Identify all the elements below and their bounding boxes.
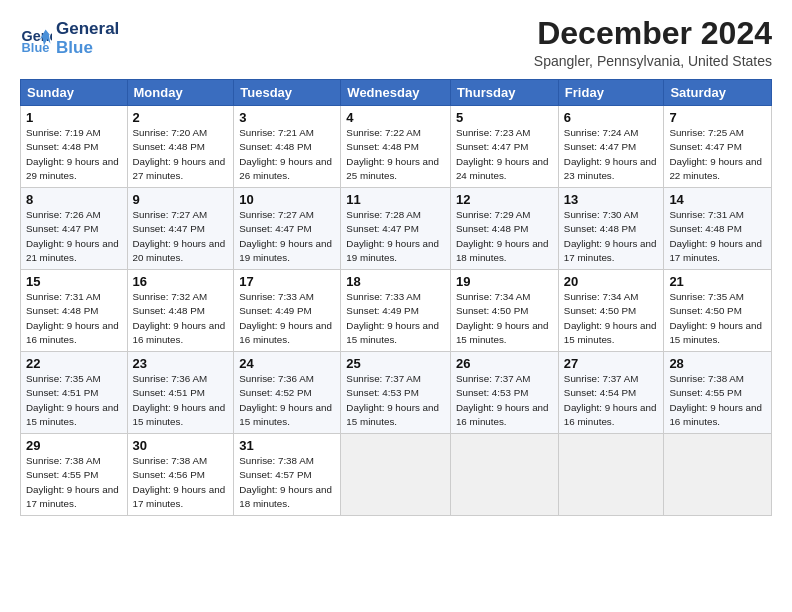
day-number: 18 [346, 274, 445, 289]
day-number: 13 [564, 192, 659, 207]
day-info: Sunrise: 7:26 AMSunset: 4:47 PMDaylight:… [26, 208, 122, 265]
day-number: 19 [456, 274, 553, 289]
day-info: Sunrise: 7:27 AMSunset: 4:47 PMDaylight:… [239, 208, 335, 265]
calendar-cell: 9 Sunrise: 7:27 AMSunset: 4:47 PMDayligh… [127, 188, 234, 270]
calendar-table: Sunday Monday Tuesday Wednesday Thursday… [20, 79, 772, 516]
day-number: 8 [26, 192, 122, 207]
day-info: Sunrise: 7:38 AMSunset: 4:55 PMDaylight:… [669, 372, 766, 429]
day-number: 12 [456, 192, 553, 207]
day-info: Sunrise: 7:19 AMSunset: 4:48 PMDaylight:… [26, 126, 122, 183]
calendar-cell: 13 Sunrise: 7:30 AMSunset: 4:48 PMDaylig… [558, 188, 664, 270]
calendar-cell: 12 Sunrise: 7:29 AMSunset: 4:48 PMDaylig… [450, 188, 558, 270]
calendar-cell: 24 Sunrise: 7:36 AMSunset: 4:52 PMDaylig… [234, 352, 341, 434]
day-info: Sunrise: 7:33 AMSunset: 4:49 PMDaylight:… [346, 290, 445, 347]
calendar-cell: 7 Sunrise: 7:25 AMSunset: 4:47 PMDayligh… [664, 106, 772, 188]
calendar-cell [558, 434, 664, 516]
day-info: Sunrise: 7:38 AMSunset: 4:56 PMDaylight:… [133, 454, 229, 511]
day-number: 27 [564, 356, 659, 371]
calendar-cell [450, 434, 558, 516]
col-tuesday: Tuesday [234, 80, 341, 106]
calendar-cell: 26 Sunrise: 7:37 AMSunset: 4:53 PMDaylig… [450, 352, 558, 434]
day-number: 16 [133, 274, 229, 289]
calendar-cell: 25 Sunrise: 7:37 AMSunset: 4:53 PMDaylig… [341, 352, 451, 434]
calendar-cell: 3 Sunrise: 7:21 AMSunset: 4:48 PMDayligh… [234, 106, 341, 188]
calendar-cell: 21 Sunrise: 7:35 AMSunset: 4:50 PMDaylig… [664, 270, 772, 352]
calendar-cell: 29 Sunrise: 7:38 AMSunset: 4:55 PMDaylig… [21, 434, 128, 516]
calendar-week-1: 1 Sunrise: 7:19 AMSunset: 4:48 PMDayligh… [21, 106, 772, 188]
day-info: Sunrise: 7:31 AMSunset: 4:48 PMDaylight:… [26, 290, 122, 347]
day-info: Sunrise: 7:34 AMSunset: 4:50 PMDaylight:… [456, 290, 553, 347]
day-info: Sunrise: 7:23 AMSunset: 4:47 PMDaylight:… [456, 126, 553, 183]
month-title: December 2024 [534, 16, 772, 51]
calendar-cell: 15 Sunrise: 7:31 AMSunset: 4:48 PMDaylig… [21, 270, 128, 352]
day-number: 26 [456, 356, 553, 371]
calendar-week-4: 22 Sunrise: 7:35 AMSunset: 4:51 PMDaylig… [21, 352, 772, 434]
day-number: 25 [346, 356, 445, 371]
day-info: Sunrise: 7:37 AMSunset: 4:53 PMDaylight:… [456, 372, 553, 429]
calendar-cell: 17 Sunrise: 7:33 AMSunset: 4:49 PMDaylig… [234, 270, 341, 352]
day-info: Sunrise: 7:36 AMSunset: 4:52 PMDaylight:… [239, 372, 335, 429]
calendar-cell: 31 Sunrise: 7:38 AMSunset: 4:57 PMDaylig… [234, 434, 341, 516]
calendar-cell [664, 434, 772, 516]
calendar-cell: 27 Sunrise: 7:37 AMSunset: 4:54 PMDaylig… [558, 352, 664, 434]
calendar-cell: 23 Sunrise: 7:36 AMSunset: 4:51 PMDaylig… [127, 352, 234, 434]
calendar-cell [341, 434, 451, 516]
day-info: Sunrise: 7:20 AMSunset: 4:48 PMDaylight:… [133, 126, 229, 183]
day-number: 4 [346, 110, 445, 125]
calendar-cell: 14 Sunrise: 7:31 AMSunset: 4:48 PMDaylig… [664, 188, 772, 270]
day-number: 30 [133, 438, 229, 453]
calendar-week-2: 8 Sunrise: 7:26 AMSunset: 4:47 PMDayligh… [21, 188, 772, 270]
day-info: Sunrise: 7:35 AMSunset: 4:51 PMDaylight:… [26, 372, 122, 429]
col-wednesday: Wednesday [341, 80, 451, 106]
day-info: Sunrise: 7:22 AMSunset: 4:48 PMDaylight:… [346, 126, 445, 183]
day-info: Sunrise: 7:37 AMSunset: 4:54 PMDaylight:… [564, 372, 659, 429]
day-number: 22 [26, 356, 122, 371]
page-container: General Blue General Blue December 2024 … [0, 0, 792, 526]
col-monday: Monday [127, 80, 234, 106]
day-number: 5 [456, 110, 553, 125]
calendar-cell: 1 Sunrise: 7:19 AMSunset: 4:48 PMDayligh… [21, 106, 128, 188]
day-info: Sunrise: 7:38 AMSunset: 4:57 PMDaylight:… [239, 454, 335, 511]
calendar-cell: 28 Sunrise: 7:38 AMSunset: 4:55 PMDaylig… [664, 352, 772, 434]
day-number: 31 [239, 438, 335, 453]
calendar-cell: 2 Sunrise: 7:20 AMSunset: 4:48 PMDayligh… [127, 106, 234, 188]
location: Spangler, Pennsylvania, United States [534, 53, 772, 69]
day-info: Sunrise: 7:25 AMSunset: 4:47 PMDaylight:… [669, 126, 766, 183]
day-info: Sunrise: 7:34 AMSunset: 4:50 PMDaylight:… [564, 290, 659, 347]
logo: General Blue General Blue [20, 20, 119, 57]
day-number: 15 [26, 274, 122, 289]
calendar-cell: 10 Sunrise: 7:27 AMSunset: 4:47 PMDaylig… [234, 188, 341, 270]
day-info: Sunrise: 7:33 AMSunset: 4:49 PMDaylight:… [239, 290, 335, 347]
day-info: Sunrise: 7:31 AMSunset: 4:48 PMDaylight:… [669, 208, 766, 265]
day-info: Sunrise: 7:35 AMSunset: 4:50 PMDaylight:… [669, 290, 766, 347]
day-info: Sunrise: 7:32 AMSunset: 4:48 PMDaylight:… [133, 290, 229, 347]
title-block: December 2024 Spangler, Pennsylvania, Un… [534, 16, 772, 69]
logo-line1: General [56, 20, 119, 39]
day-info: Sunrise: 7:30 AMSunset: 4:48 PMDaylight:… [564, 208, 659, 265]
day-info: Sunrise: 7:37 AMSunset: 4:53 PMDaylight:… [346, 372, 445, 429]
calendar-header-row: Sunday Monday Tuesday Wednesday Thursday… [21, 80, 772, 106]
day-info: Sunrise: 7:21 AMSunset: 4:48 PMDaylight:… [239, 126, 335, 183]
day-number: 6 [564, 110, 659, 125]
calendar-cell: 6 Sunrise: 7:24 AMSunset: 4:47 PMDayligh… [558, 106, 664, 188]
day-number: 9 [133, 192, 229, 207]
col-sunday: Sunday [21, 80, 128, 106]
day-number: 29 [26, 438, 122, 453]
calendar-cell: 4 Sunrise: 7:22 AMSunset: 4:48 PMDayligh… [341, 106, 451, 188]
col-friday: Friday [558, 80, 664, 106]
calendar-cell: 16 Sunrise: 7:32 AMSunset: 4:48 PMDaylig… [127, 270, 234, 352]
calendar-week-5: 29 Sunrise: 7:38 AMSunset: 4:55 PMDaylig… [21, 434, 772, 516]
calendar-cell: 19 Sunrise: 7:34 AMSunset: 4:50 PMDaylig… [450, 270, 558, 352]
logo-icon: General Blue [20, 23, 52, 55]
calendar-cell: 18 Sunrise: 7:33 AMSunset: 4:49 PMDaylig… [341, 270, 451, 352]
day-info: Sunrise: 7:29 AMSunset: 4:48 PMDaylight:… [456, 208, 553, 265]
day-number: 24 [239, 356, 335, 371]
day-number: 21 [669, 274, 766, 289]
day-number: 11 [346, 192, 445, 207]
day-info: Sunrise: 7:36 AMSunset: 4:51 PMDaylight:… [133, 372, 229, 429]
calendar-cell: 30 Sunrise: 7:38 AMSunset: 4:56 PMDaylig… [127, 434, 234, 516]
calendar-cell: 8 Sunrise: 7:26 AMSunset: 4:47 PMDayligh… [21, 188, 128, 270]
calendar-cell: 5 Sunrise: 7:23 AMSunset: 4:47 PMDayligh… [450, 106, 558, 188]
day-number: 23 [133, 356, 229, 371]
day-number: 1 [26, 110, 122, 125]
